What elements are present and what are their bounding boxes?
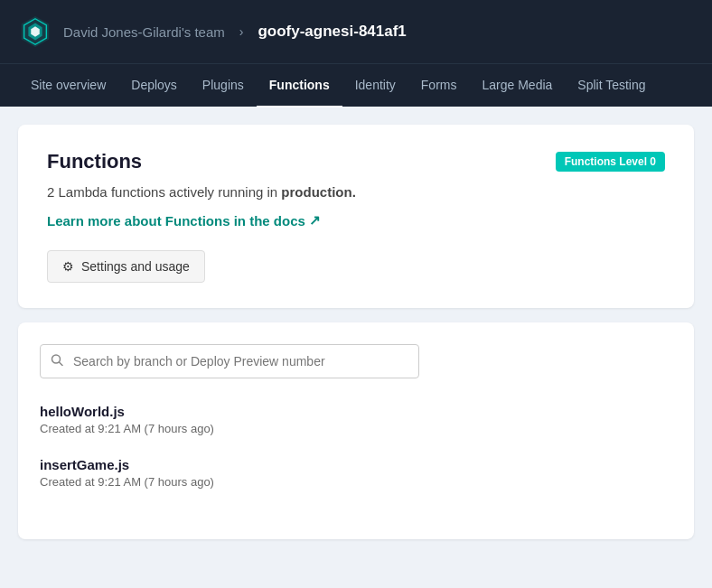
breadcrumb-chevron: ›: [239, 24, 244, 39]
description-highlight: production.: [281, 184, 356, 200]
search-input[interactable]: [40, 344, 419, 378]
search-wrapper: [40, 344, 672, 378]
external-link-icon: ↗: [309, 212, 321, 229]
learn-more-link[interactable]: Learn more about Functions in the docs ↗: [47, 212, 321, 229]
nav-item-site-overview[interactable]: Site overview: [18, 64, 118, 107]
main-content: Functions Functions Level 0 2 Lambda fun…: [0, 107, 712, 588]
functions-info-card: Functions Functions Level 0 2 Lambda fun…: [18, 125, 694, 308]
nav-item-forms[interactable]: Forms: [408, 64, 470, 107]
list-item: helloWorld.js Created at 9:21 AM (7 hour…: [40, 404, 672, 435]
function-name: helloWorld.js: [40, 404, 672, 419]
nav-item-plugins[interactable]: Plugins: [190, 64, 257, 107]
functions-list-section: helloWorld.js Created at 9:21 AM (7 hour…: [18, 322, 694, 539]
function-meta: Created at 9:21 AM (7 hours ago): [40, 422, 672, 435]
page-title: Functions: [47, 150, 142, 173]
list-item: insertGame.js Created at 9:21 AM (7 hour…: [40, 457, 672, 489]
function-name: insertGame.js: [40, 457, 672, 472]
nav-item-split-testing[interactable]: Split Testing: [565, 64, 658, 107]
main-nav: Site overview Deploys Plugins Functions …: [0, 63, 712, 107]
functions-description: 2 Lambda functions actively running in p…: [47, 184, 665, 200]
site-name: goofy-agnesi-841af1: [258, 23, 406, 41]
settings-and-usage-button[interactable]: ⚙ Settings and usage: [47, 250, 205, 283]
description-prefix: 2 Lambda functions actively running in: [47, 184, 281, 200]
functions-list: helloWorld.js Created at 9:21 AM (7 hour…: [40, 404, 672, 489]
header: David Jones-Gilardi's team › goofy-agnes…: [0, 0, 712, 63]
functions-level-badge: Functions Level 0: [556, 152, 665, 172]
gear-icon: ⚙: [62, 259, 74, 274]
card-header: Functions Functions Level 0: [47, 150, 665, 173]
nav-item-deploys[interactable]: Deploys: [118, 64, 190, 107]
netlify-logo-icon: [18, 14, 52, 49]
function-meta: Created at 9:21 AM (7 hours ago): [40, 475, 672, 489]
nav-item-large-media[interactable]: Large Media: [469, 64, 565, 107]
search-icon: [51, 354, 63, 369]
nav-item-identity[interactable]: Identity: [342, 64, 408, 107]
svg-line-5: [60, 362, 63, 366]
nav-item-functions[interactable]: Functions: [257, 64, 342, 107]
team-name: David Jones-Gilardi's team: [63, 24, 225, 40]
